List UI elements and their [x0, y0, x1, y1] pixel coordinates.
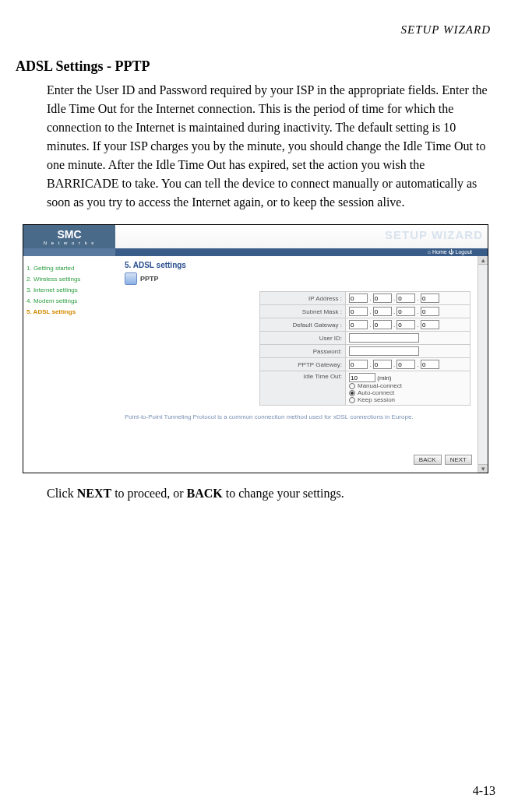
- wizard-title: SETUP WIZARD: [385, 228, 483, 241]
- idle-input[interactable]: [349, 373, 375, 382]
- field-pgw: . . .: [346, 358, 470, 371]
- footer-mid: to proceed, or: [111, 487, 186, 500]
- footer-pre: Click: [47, 487, 77, 500]
- logo-text: SMC: [57, 229, 81, 240]
- wizard-sidebar: 1. Getting started 2. Wireless settings …: [23, 256, 115, 473]
- pgw-octet-2[interactable]: [373, 360, 392, 369]
- footer-back-bold: BACK: [187, 487, 223, 500]
- field-idle: (min) Manual-connect Auto-connect Keep s…: [346, 371, 470, 406]
- page-number: 4-13: [473, 784, 495, 798]
- radio-manual[interactable]: Manual-connect: [349, 382, 467, 389]
- field-ip: . . .: [346, 292, 470, 305]
- footnote: Point-to-Point Tunneling Protocol is a c…: [125, 413, 478, 420]
- settings-table: IP Address : . . . Subnet Mask : . .: [259, 291, 470, 406]
- footer-post: to change your settings.: [223, 487, 344, 500]
- footer-paragraph: Click NEXT to proceed, or BACK to change…: [16, 484, 495, 503]
- gw-octet-3[interactable]: [396, 320, 415, 329]
- label-mask: Subnet Mask :: [260, 305, 346, 318]
- pptp-label: PPTP: [140, 275, 159, 283]
- ip-octet-3[interactable]: [396, 294, 415, 303]
- radio-keep[interactable]: Keep session: [349, 396, 467, 403]
- label-uid: User ID:: [260, 332, 346, 345]
- radio-auto-label: Auto-connect: [358, 389, 394, 396]
- ui-header: SMC N e t w o r k s SETUP WIZARD: [23, 225, 488, 248]
- ip-octet-2[interactable]: [373, 294, 392, 303]
- pgw-octet-1[interactable]: [349, 360, 368, 369]
- gw-octet-2[interactable]: [373, 320, 392, 329]
- nav-step-5[interactable]: 5. ADSL settings: [26, 308, 112, 315]
- section-head: 5. ADSL settings: [125, 261, 478, 269]
- field-mask: . . .: [346, 305, 470, 318]
- topbar-links[interactable]: ⌂ Home ⏻ Logout: [115, 248, 488, 256]
- radio-auto[interactable]: Auto-connect: [349, 389, 467, 396]
- wizard-main: 5. ADSL settings PPTP IP Address : . . .: [115, 256, 488, 473]
- sidebar-topcap: [23, 248, 115, 256]
- scrollbar[interactable]: [478, 256, 488, 473]
- label-ip: IP Address :: [260, 292, 346, 305]
- main-paragraph: Enter the User ID and Password required …: [16, 81, 495, 212]
- label-pgw: PPTP Gateway:: [260, 358, 346, 371]
- section-title: ADSL Settings - PPTP: [16, 58, 495, 75]
- smc-logo: SMC N e t w o r k s: [23, 225, 115, 248]
- pptp-row: PPTP: [125, 272, 478, 285]
- nav-step-3[interactable]: 3. Internet settings: [26, 286, 112, 294]
- radio-keep-label: Keep session: [358, 396, 395, 403]
- back-button[interactable]: BACK: [414, 455, 442, 465]
- mask-octet-3[interactable]: [396, 307, 415, 316]
- mask-octet-2[interactable]: [373, 307, 392, 316]
- label-idle: Idle Time Out:: [260, 371, 346, 406]
- password-input[interactable]: [349, 346, 419, 356]
- pgw-octet-4[interactable]: [421, 360, 439, 369]
- wizard-buttons: BACK NEXT: [414, 455, 472, 465]
- footer-next-bold: NEXT: [77, 487, 111, 500]
- radio-manual-label: Manual-connect: [358, 382, 402, 389]
- running-head: SETUP WIZARD: [16, 23, 495, 37]
- idle-unit: (min): [377, 374, 391, 381]
- label-gw: Default Gateway :: [260, 318, 346, 332]
- field-gw: . . .: [346, 318, 470, 332]
- pgw-octet-3[interactable]: [396, 360, 415, 369]
- embedded-screenshot: SMC N e t w o r k s SETUP WIZARD ⌂ Home …: [23, 224, 488, 473]
- gw-octet-1[interactable]: [349, 320, 368, 329]
- nav-step-2[interactable]: 2. Wireless settings: [26, 276, 112, 283]
- mask-octet-1[interactable]: [349, 307, 368, 316]
- logo-subtext: N e t w o r k s: [44, 241, 96, 245]
- next-button[interactable]: NEXT: [445, 455, 472, 465]
- nav-step-1[interactable]: 1. Getting started: [26, 265, 112, 272]
- nav-step-4[interactable]: 4. Modem settings: [26, 297, 112, 304]
- label-pwd: Password:: [260, 345, 346, 358]
- gw-octet-4[interactable]: [421, 320, 439, 329]
- mask-octet-4[interactable]: [421, 307, 439, 316]
- ip-octet-4[interactable]: [421, 294, 439, 303]
- user-id-input[interactable]: [349, 333, 419, 343]
- pptp-icon: [125, 272, 137, 285]
- ip-octet-1[interactable]: [349, 294, 368, 303]
